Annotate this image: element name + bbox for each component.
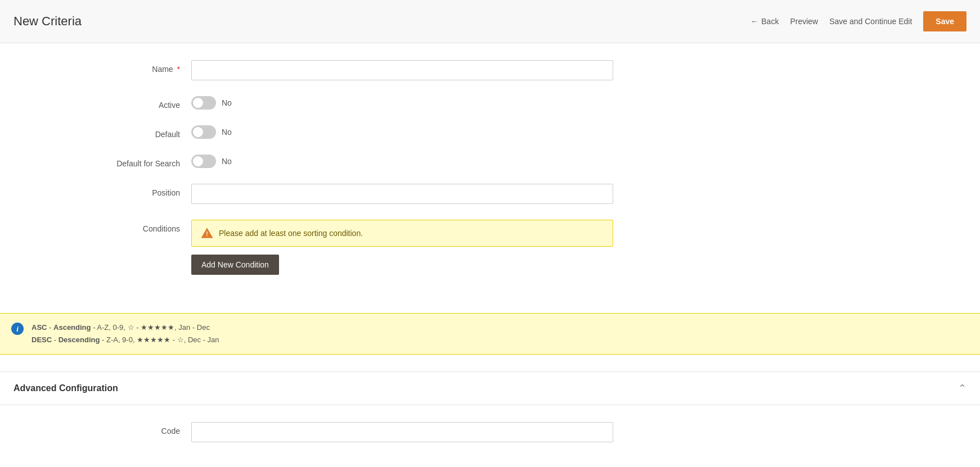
add-condition-button[interactable]: Add New Condition xyxy=(191,255,279,275)
desc-desc: Descending xyxy=(59,335,100,344)
save-continue-button[interactable]: Save and Continue Edit xyxy=(829,17,912,26)
default-toggle-wrap: No xyxy=(191,125,613,139)
asc-separator: - xyxy=(49,323,53,332)
header-actions: ← Back Preview Save and Continue Edit Sa… xyxy=(750,11,966,31)
conditions-warning-text: Please add at least one sorting conditio… xyxy=(219,229,363,238)
asc-details: - A-Z, 0-9, ☆ - ★★★★★, Jan - Dec xyxy=(93,323,210,332)
default-toggle[interactable] xyxy=(191,125,216,139)
required-indicator: * xyxy=(177,65,180,74)
svg-text:!: ! xyxy=(206,231,208,237)
info-note-box: i ASC - Ascending - A-Z, 0-9, ☆ - ★★★★★,… xyxy=(0,313,980,355)
default-search-label: Default for Search xyxy=(34,155,191,168)
active-row: Active No xyxy=(0,96,980,110)
info-icon: i xyxy=(11,323,24,335)
default-search-row: Default for Search No xyxy=(0,155,980,168)
position-row: Position xyxy=(0,184,980,204)
asc-label: ASC xyxy=(32,323,47,332)
position-label: Position xyxy=(34,184,191,197)
default-search-toggle-wrap: No xyxy=(191,155,613,168)
code-label: Code xyxy=(34,422,191,436)
desc-label: DESC xyxy=(32,335,52,344)
page-title: New Criteria xyxy=(14,14,82,29)
position-field-wrap xyxy=(191,184,613,204)
code-input[interactable] xyxy=(191,422,613,442)
warning-triangle-icon: ! xyxy=(201,227,213,239)
active-slider xyxy=(191,96,216,110)
conditions-row: Conditions ! Please add at least one sor… xyxy=(0,220,980,275)
name-row: Name * xyxy=(0,60,980,80)
active-toggle-wrap: No xyxy=(191,96,613,110)
advanced-config-header[interactable]: Advanced Configuration ⌃ xyxy=(0,372,980,405)
default-control-wrap: No xyxy=(191,125,613,139)
default-search-no-label: No xyxy=(222,157,232,166)
active-control-wrap: No xyxy=(191,96,613,110)
active-no-label: No xyxy=(222,98,232,107)
save-button[interactable]: Save xyxy=(923,11,966,31)
code-section: Code xyxy=(0,405,980,467)
form-section: Name * Active No Default xyxy=(0,43,980,307)
conditions-warning-box: ! Please add at least one sorting condit… xyxy=(191,220,613,247)
name-label: Name * xyxy=(34,60,191,74)
info-icon-wrap: i xyxy=(11,323,24,335)
active-label: Active xyxy=(34,96,191,110)
position-input[interactable] xyxy=(191,184,613,204)
default-no-label: No xyxy=(222,128,232,137)
default-slider xyxy=(191,125,216,139)
conditions-control-wrap: ! Please add at least one sorting condit… xyxy=(191,220,613,275)
desc-details: - Z-A, 9-0, ★★★★★ - ☆, Dec - Jan xyxy=(102,335,219,344)
main-content: Name * Active No Default xyxy=(0,43,980,467)
code-field-wrap xyxy=(191,422,613,442)
back-button[interactable]: ← Back xyxy=(750,17,779,26)
default-row: Default No xyxy=(0,125,980,139)
info-asc-line: ASC - Ascending - A-Z, 0-9, ☆ - ★★★★★, J… xyxy=(32,321,219,334)
page-header: New Criteria ← Back Preview Save and Con… xyxy=(0,0,980,43)
chevron-up-icon: ⌃ xyxy=(958,382,966,395)
desc-separator: - xyxy=(54,335,59,344)
name-input[interactable] xyxy=(191,60,613,80)
preview-button[interactable]: Preview xyxy=(790,17,818,26)
conditions-label: Conditions xyxy=(34,220,191,233)
advanced-config-title: Advanced Configuration xyxy=(14,383,118,393)
info-desc-line: DESC - Descending - Z-A, 9-0, ★★★★★ - ☆,… xyxy=(32,334,219,346)
default-search-control-wrap: No xyxy=(191,155,613,168)
active-toggle[interactable] xyxy=(191,96,216,110)
back-arrow-icon: ← xyxy=(750,17,758,26)
code-row: Code xyxy=(0,422,980,442)
info-note-content: ASC - Ascending - A-Z, 0-9, ☆ - ★★★★★, J… xyxy=(32,321,219,346)
default-search-toggle[interactable] xyxy=(191,155,216,168)
name-field-wrap xyxy=(191,60,613,80)
asc-desc: Ascending xyxy=(53,323,91,332)
default-search-slider xyxy=(191,155,216,168)
default-label: Default xyxy=(34,125,191,139)
